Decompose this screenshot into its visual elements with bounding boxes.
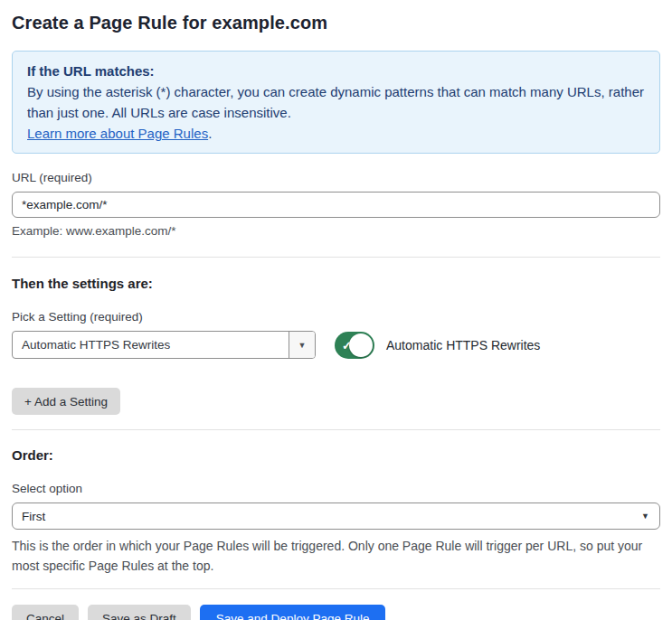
pick-setting-label: Pick a Setting (required) bbox=[12, 310, 660, 324]
add-setting-button[interactable]: + Add a Setting bbox=[12, 388, 120, 415]
toggle-knob bbox=[349, 333, 373, 357]
info-box-heading: If the URL matches: bbox=[27, 61, 645, 81]
page-title: Create a Page Rule for example.com bbox=[12, 13, 660, 33]
order-select-value: First bbox=[22, 510, 45, 523]
setting-dropdown-value: Automatic HTTPS Rewrites bbox=[13, 332, 289, 358]
page-rule-form: Create a Page Rule for example.com If th… bbox=[0, 0, 672, 620]
url-input[interactable] bbox=[12, 192, 660, 218]
order-select[interactable]: First ▼ bbox=[12, 503, 660, 530]
divider bbox=[12, 588, 660, 589]
url-field-label: URL (required) bbox=[12, 171, 660, 184]
save-draft-button[interactable]: Save as Draft bbox=[88, 605, 191, 620]
https-rewrites-toggle[interactable]: ✓ bbox=[335, 332, 374, 359]
order-section-heading: Order: bbox=[12, 447, 660, 463]
settings-section-heading: Then the settings are: bbox=[12, 276, 660, 291]
link-period: . bbox=[208, 126, 212, 141]
cancel-button[interactable]: Cancel bbox=[12, 605, 79, 620]
url-match-info-box: If the URL matches: By using the asteris… bbox=[12, 51, 660, 154]
divider bbox=[12, 257, 660, 258]
order-helper-text: This is the order in which your Page Rul… bbox=[12, 536, 660, 576]
info-box-link-line: Learn more about Page Rules. bbox=[27, 123, 645, 144]
divider bbox=[12, 429, 660, 430]
url-field-helper: Example: www.example.com/* bbox=[12, 224, 660, 238]
chevron-down-icon: ▼ bbox=[298, 341, 307, 350]
select-option-label: Select option bbox=[12, 482, 660, 495]
toggle-label: Automatic HTTPS Rewrites bbox=[386, 338, 540, 352]
setting-row: Automatic HTTPS Rewrites ▼ ✓ Automatic H… bbox=[12, 331, 660, 359]
setting-dropdown-arrow-button[interactable]: ▼ bbox=[289, 332, 315, 358]
info-box-body-text: By using the asterisk (*) character, you… bbox=[27, 84, 644, 120]
learn-more-link[interactable]: Learn more about Page Rules bbox=[27, 126, 208, 141]
chevron-down-icon: ▼ bbox=[641, 512, 649, 521]
info-box-body: By using the asterisk (*) character, you… bbox=[27, 81, 645, 123]
setting-dropdown[interactable]: Automatic HTTPS Rewrites ▼ bbox=[12, 331, 316, 359]
save-deploy-button[interactable]: Save and Deploy Page Rule bbox=[200, 605, 386, 620]
https-rewrites-toggle-group: ✓ Automatic HTTPS Rewrites bbox=[335, 332, 540, 359]
footer-actions: Cancel Save as Draft Save and Deploy Pag… bbox=[12, 605, 660, 620]
